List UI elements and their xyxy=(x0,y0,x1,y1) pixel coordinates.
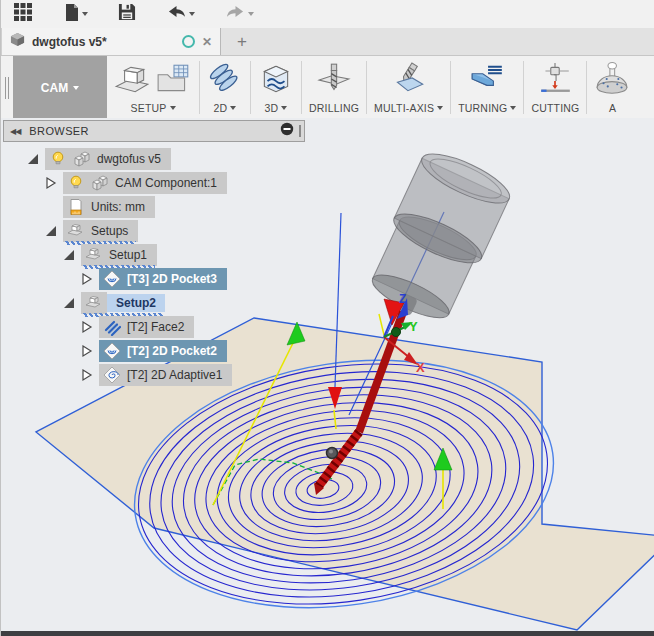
tree-row-2d-pocket2[interactable]: [T2] 2D Pocket2 xyxy=(3,340,305,361)
expand-triangle-icon[interactable] xyxy=(61,247,76,262)
app-grid-menu-button[interactable] xyxy=(9,0,37,28)
undo-icon xyxy=(166,4,187,25)
browser-panel: ◀◀ BROWSER dwgtofus v5 CAM Component:1 xyxy=(3,120,305,388)
tree-label[interactable]: Setup1 xyxy=(109,248,147,262)
tree-label[interactable]: Setup2 xyxy=(107,294,165,312)
undo-button[interactable] xyxy=(162,2,199,27)
expand-triangle-icon[interactable] xyxy=(61,295,76,310)
collapsed-triangle-icon[interactable] xyxy=(79,343,94,358)
ribbon-group-turning: TURNING xyxy=(451,56,523,119)
ribbon-group-2d: 2D xyxy=(200,56,250,119)
minus-circle-icon[interactable] xyxy=(280,122,294,140)
tool-holder xyxy=(360,145,516,333)
collapse-panel-icon[interactable]: ◀◀ xyxy=(10,127,20,136)
new-tab-button[interactable]: + xyxy=(221,28,263,55)
ribbon-group-drilling: DRILLING xyxy=(302,56,366,119)
ribbon-menu-setup[interactable]: SETUP xyxy=(130,102,175,117)
ribbon-group-partial: A xyxy=(587,56,637,119)
tree-label[interactable]: Setups xyxy=(91,224,128,238)
visibility-bulb-icon[interactable] xyxy=(67,174,85,192)
setup-folder-icon[interactable] xyxy=(156,61,192,101)
expand-triangle-icon[interactable] xyxy=(25,151,40,166)
tree-row-cam-component[interactable]: CAM Component:1 xyxy=(3,172,305,193)
grid-menu-icon xyxy=(13,2,33,26)
cam-ribbon: CAM SETUP 2D 3D DRILLING xyxy=(1,56,654,120)
file-icon xyxy=(63,3,80,26)
ribbon-menu-multiaxis[interactable]: MULTI-AXIS xyxy=(374,102,443,117)
drilling-icon[interactable] xyxy=(316,61,352,101)
collapsed-triangle-icon[interactable] xyxy=(79,319,94,334)
ribbon-menu-partial[interactable]: A xyxy=(609,102,616,117)
chevron-down-icon xyxy=(170,106,176,110)
redo-button[interactable] xyxy=(221,2,258,27)
cutting-icon[interactable] xyxy=(537,61,573,101)
tree-label[interactable]: [T3] 2D Pocket3 xyxy=(127,272,217,286)
chevron-down-icon xyxy=(437,106,443,110)
visibility-bulb-icon[interactable] xyxy=(49,150,67,168)
2d-pocket-operation-icon xyxy=(103,342,121,360)
tree-row-setup2[interactable]: Setup2 xyxy=(3,292,305,313)
turning-icon[interactable] xyxy=(469,61,505,101)
ribbon-group-setup: SETUP xyxy=(107,56,199,119)
z-axis-label: Z xyxy=(399,292,406,306)
chevron-down-icon xyxy=(248,12,254,16)
ribbon-group-multiaxis: MULTI-AXIS xyxy=(367,56,450,119)
close-tab-icon[interactable]: ✕ xyxy=(202,36,212,48)
3d-milling-icon[interactable] xyxy=(258,61,294,101)
2d-adaptive-operation-icon xyxy=(103,366,121,384)
save-button[interactable] xyxy=(114,1,140,27)
chevron-down-icon xyxy=(73,86,79,90)
workspace-switcher[interactable]: CAM xyxy=(13,56,107,119)
browser-title: BROWSER xyxy=(29,125,280,137)
tree-row-document[interactable]: dwgtofus v5 xyxy=(3,148,305,169)
chevron-down-icon xyxy=(510,106,516,110)
chevron-down-icon xyxy=(189,12,195,16)
collapsed-triangle-icon[interactable] xyxy=(79,271,94,286)
x-axis-label: X xyxy=(416,360,425,375)
redo-icon xyxy=(225,4,246,25)
multi-axis-icon[interactable] xyxy=(391,61,427,101)
bottom-bar xyxy=(1,631,654,636)
2d-milling-icon[interactable] xyxy=(207,61,243,101)
new-setup-icon[interactable] xyxy=(114,61,150,101)
tree-label[interactable]: [T2] Face2 xyxy=(127,320,184,334)
ribbon-menu-drilling[interactable]: DRILLING xyxy=(309,102,359,117)
setup-icon xyxy=(85,294,103,312)
browser-header: ◀◀ BROWSER xyxy=(3,120,305,142)
ribbon-menu-turning[interactable]: TURNING xyxy=(458,102,516,117)
tree-row-setups[interactable]: Setups xyxy=(3,220,305,241)
document-tab[interactable]: dwgtofus v5* ✕ xyxy=(1,28,221,55)
workspace-label: CAM xyxy=(41,81,68,95)
tree-label[interactable]: dwgtofus v5 xyxy=(97,152,161,166)
document-tab-bar: dwgtofus v5* ✕ + xyxy=(1,28,654,56)
quick-access-toolbar xyxy=(1,0,654,28)
2d-pocket-operation-icon xyxy=(103,270,121,288)
tree-label[interactable]: Units: mm xyxy=(91,200,145,214)
tree-row-2d-pocket3[interactable]: [T3] 2D Pocket3 xyxy=(3,268,305,289)
tree-row-units[interactable]: Units: mm xyxy=(3,196,305,217)
toolbar-grip-handle[interactable] xyxy=(1,56,13,119)
face-operation-icon xyxy=(103,318,121,336)
tree-row-2d-adaptive1[interactable]: [T2] 2D Adaptive1 xyxy=(3,364,305,385)
tree-row-face2[interactable]: [T2] Face2 xyxy=(3,316,305,337)
y-axis-label: Y xyxy=(409,319,418,334)
collapsed-triangle-icon[interactable] xyxy=(43,175,58,190)
probe-dome-icon[interactable] xyxy=(594,61,630,101)
tree-label[interactable]: [T2] 2D Pocket2 xyxy=(127,344,217,358)
ribbon-menu-3d[interactable]: 3D xyxy=(265,102,288,117)
expand-triangle-icon[interactable] xyxy=(43,223,58,238)
file-menu-button[interactable] xyxy=(59,1,92,28)
ribbon-group-3d: 3D xyxy=(251,56,301,119)
setup-icon xyxy=(67,222,85,240)
tree-row-setup1[interactable]: Setup1 xyxy=(3,244,305,265)
tree-label[interactable]: CAM Component:1 xyxy=(115,176,217,190)
panel-resize-handle[interactable] xyxy=(299,125,301,137)
collapsed-triangle-icon[interactable] xyxy=(79,367,94,382)
chevron-down-icon xyxy=(82,12,88,16)
document-tab-title: dwgtofus v5* xyxy=(32,35,175,49)
y-axis-sphere xyxy=(392,328,401,337)
rapid-near-origin xyxy=(379,314,384,335)
ribbon-menu-cutting[interactable]: CUTTING xyxy=(531,102,579,117)
tree-label[interactable]: [T2] 2D Adaptive1 xyxy=(127,368,222,382)
ribbon-menu-2d[interactable]: 2D xyxy=(214,102,237,117)
